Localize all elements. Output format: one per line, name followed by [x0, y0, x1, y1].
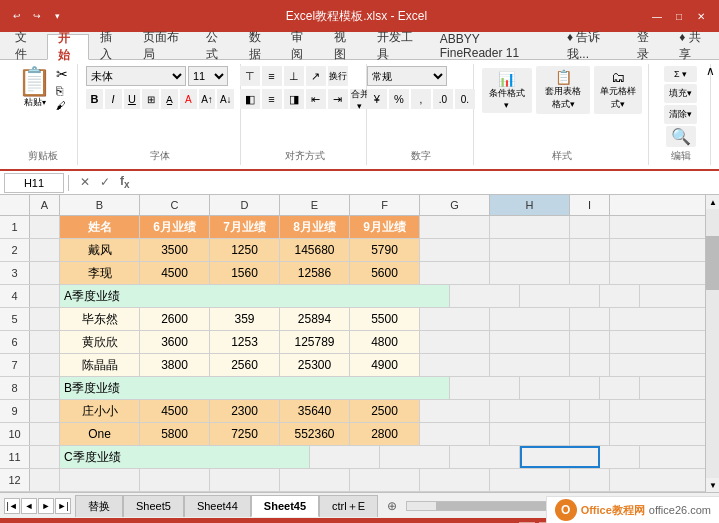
- cell-H9[interactable]: [490, 400, 570, 422]
- cell-A5[interactable]: [30, 308, 60, 330]
- undo-button[interactable]: ↩: [8, 7, 26, 25]
- decrease-indent-button[interactable]: ⇤: [306, 89, 326, 109]
- cell-E10[interactable]: 552360: [280, 423, 350, 445]
- cell-G7[interactable]: [420, 354, 490, 376]
- cell-D5[interactable]: 359: [210, 308, 280, 330]
- cell-A9[interactable]: [30, 400, 60, 422]
- cell-E12[interactable]: [280, 469, 350, 491]
- cell-G10[interactable]: [420, 423, 490, 445]
- fill-color-button[interactable]: A̲: [161, 89, 178, 109]
- cell-G11[interactable]: [450, 446, 520, 468]
- cancel-formula-icon[interactable]: ✕: [77, 174, 93, 190]
- cell-F6[interactable]: 4800: [350, 331, 420, 353]
- col-header-A[interactable]: A: [30, 195, 60, 215]
- add-sheet-button[interactable]: ⊕: [382, 496, 402, 516]
- cell-F11[interactable]: [380, 446, 450, 468]
- cell-I12[interactable]: [570, 469, 610, 491]
- tab-nav-prev[interactable]: ◄: [21, 498, 37, 514]
- cell-A11[interactable]: [30, 446, 60, 468]
- right-align-button[interactable]: ◨: [284, 89, 304, 109]
- col-header-E[interactable]: E: [280, 195, 350, 215]
- cell-H12[interactable]: [490, 469, 570, 491]
- cell-G12[interactable]: [420, 469, 490, 491]
- cell-I3[interactable]: [570, 262, 610, 284]
- cell-C2[interactable]: 3500: [140, 239, 210, 261]
- paste-button[interactable]: 📋 粘贴 ▾: [17, 68, 52, 109]
- cell-B11-merged[interactable]: C季度业绩: [60, 446, 310, 468]
- cell-G1[interactable]: [420, 216, 490, 238]
- cell-D6[interactable]: 1253: [210, 331, 280, 353]
- conditional-format-button[interactable]: 📊 条件格式▾: [482, 68, 532, 113]
- tab-page-layout[interactable]: 页面布局: [132, 33, 195, 59]
- decrease-decimal-button[interactable]: 0.: [455, 89, 475, 109]
- cell-G3[interactable]: [420, 262, 490, 284]
- bottom-align-button[interactable]: ⊥: [284, 66, 304, 86]
- tab-home[interactable]: 开始: [47, 34, 90, 60]
- redo-button[interactable]: ↪: [28, 7, 46, 25]
- cell-B6[interactable]: 黄欣欣: [60, 331, 140, 353]
- wrap-text-button[interactable]: 换行: [328, 66, 348, 86]
- cell-G2[interactable]: [420, 239, 490, 261]
- middle-align-button[interactable]: ≡: [262, 66, 282, 86]
- cell-G4[interactable]: [450, 285, 520, 307]
- cell-E11[interactable]: [310, 446, 380, 468]
- cell-G6[interactable]: [420, 331, 490, 353]
- minimize-button[interactable]: —: [647, 6, 667, 26]
- decrease-font-button[interactable]: A↓: [217, 89, 234, 109]
- quick-access-more[interactable]: ▾: [48, 7, 66, 25]
- orientation-button[interactable]: ↗: [306, 66, 326, 86]
- thousands-button[interactable]: ,: [411, 89, 431, 109]
- ribbon-collapse-button[interactable]: ∧: [706, 64, 715, 78]
- center-align-button[interactable]: ≡: [262, 89, 282, 109]
- cell-C12[interactable]: [140, 469, 210, 491]
- cell-A7[interactable]: [30, 354, 60, 376]
- scroll-up-arrow[interactable]: ▲: [706, 195, 719, 209]
- col-header-I[interactable]: I: [570, 195, 610, 215]
- cell-B8-merged[interactable]: B季度业绩: [60, 377, 450, 399]
- cell-C6[interactable]: 3600: [140, 331, 210, 353]
- cell-H6[interactable]: [490, 331, 570, 353]
- tab-nav-last[interactable]: ►|: [55, 498, 71, 514]
- tab-nav-first[interactable]: |◄: [4, 498, 20, 514]
- font-family-select[interactable]: 未体: [86, 66, 186, 86]
- cell-C1[interactable]: 6月业绩: [140, 216, 210, 238]
- sheet-tab-replace[interactable]: 替换: [75, 495, 123, 517]
- cell-A12[interactable]: [30, 469, 60, 491]
- cell-A3[interactable]: [30, 262, 60, 284]
- cell-H11[interactable]: [520, 446, 600, 468]
- increase-indent-button[interactable]: ⇥: [328, 89, 348, 109]
- sheet-tab-ctrl-e[interactable]: ctrl＋E: [319, 495, 378, 517]
- cell-I11[interactable]: [600, 446, 640, 468]
- cell-D7[interactable]: 2560: [210, 354, 280, 376]
- cell-B3[interactable]: 李现: [60, 262, 140, 284]
- sheet-tab-sheet44[interactable]: Sheet44: [184, 495, 251, 517]
- cell-D12[interactable]: [210, 469, 280, 491]
- cell-B4-merged[interactable]: A季度业绩: [60, 285, 450, 307]
- col-header-B[interactable]: B: [60, 195, 140, 215]
- copy-button[interactable]: ⎘: [56, 84, 68, 98]
- cell-F7[interactable]: 4900: [350, 354, 420, 376]
- sheet-tab-sheet5[interactable]: Sheet5: [123, 495, 184, 517]
- cell-H1[interactable]: [490, 216, 570, 238]
- top-align-button[interactable]: ⊤: [240, 66, 260, 86]
- insert-function-icon[interactable]: fx: [117, 173, 133, 191]
- cell-B2[interactable]: 戴风: [60, 239, 140, 261]
- tab-review[interactable]: 审阅: [280, 33, 323, 59]
- cell-H3[interactable]: [490, 262, 570, 284]
- cell-E9[interactable]: 35640: [280, 400, 350, 422]
- scroll-track[interactable]: [706, 209, 719, 478]
- cell-E5[interactable]: 25894: [280, 308, 350, 330]
- cell-C7[interactable]: 3800: [140, 354, 210, 376]
- cell-H2[interactable]: [490, 239, 570, 261]
- cell-I5[interactable]: [570, 308, 610, 330]
- col-header-H[interactable]: H: [490, 195, 570, 215]
- clear-button[interactable]: 清除▾: [664, 105, 697, 124]
- cell-B10[interactable]: One: [60, 423, 140, 445]
- number-format-select[interactable]: 常规: [367, 66, 447, 86]
- formula-input[interactable]: [137, 173, 715, 193]
- cell-I10[interactable]: [570, 423, 610, 445]
- cell-I9[interactable]: [570, 400, 610, 422]
- cell-B5[interactable]: 毕东然: [60, 308, 140, 330]
- search-button[interactable]: 🔍: [666, 126, 696, 147]
- col-header-D[interactable]: D: [210, 195, 280, 215]
